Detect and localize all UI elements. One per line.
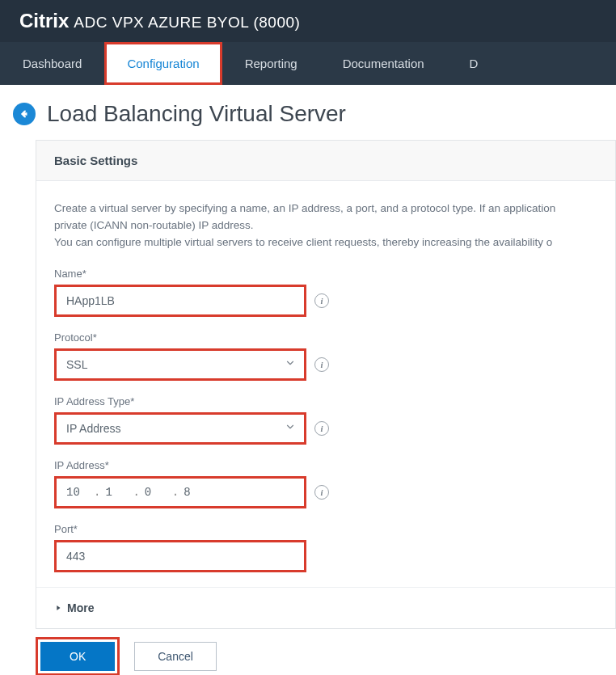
protocol-select[interactable]: SSL [57, 351, 304, 378]
port-label: Port* [54, 523, 597, 535]
ip-type-label: IP Address Type* [54, 395, 597, 407]
name-input[interactable] [57, 287, 304, 314]
panel-title: Basic Settings [54, 154, 597, 167]
panel-description: Create a virtual server by specifying a … [54, 200, 597, 251]
back-button[interactable] [13, 103, 36, 125]
tab-reporting[interactable]: Reporting [222, 42, 320, 85]
desc-line-1: Create a virtual server by specifying a … [54, 202, 555, 214]
info-icon[interactable]: i [314, 421, 329, 436]
ip-octet-2[interactable]: 1 [105, 486, 128, 499]
tab-dashboard[interactable]: Dashboard [0, 42, 104, 85]
tab-configuration[interactable]: Configuration [104, 42, 222, 85]
nav-bar: Dashboard Configuration Reporting Docume… [0, 42, 616, 85]
brand-rest: ADC VPX AZURE BYOL (8000) [74, 14, 300, 32]
page-title-row: Load Balancing Virtual Server [0, 85, 616, 140]
brand-bold: Citrix [19, 10, 69, 32]
ip-address-field[interactable]: 10 . 1 . 0 . 8 [54, 476, 306, 508]
settings-panel: Basic Settings Create a virtual server b… [36, 140, 616, 629]
ip-address-label: IP Address* [54, 459, 597, 471]
caret-right-icon [54, 601, 62, 615]
more-label: More [67, 601, 94, 614]
cancel-button[interactable]: Cancel [134, 642, 217, 671]
ip-separator: . [133, 486, 139, 499]
port-input[interactable] [57, 542, 304, 570]
info-icon[interactable]: i [314, 485, 329, 500]
desc-line-2: private (ICANN non-routable) IP address. [54, 219, 254, 231]
protocol-label: Protocol* [54, 331, 597, 344]
desc-line-3: You can configure multiple virtual serve… [54, 236, 552, 248]
ip-separator: . [94, 486, 100, 499]
ok-button[interactable]: OK [40, 642, 115, 671]
info-icon[interactable]: i [314, 357, 329, 372]
page-title: Load Balancing Virtual Server [47, 101, 346, 127]
arrow-left-icon [19, 108, 30, 120]
name-label: Name* [54, 268, 597, 280]
ip-octet-3[interactable]: 0 [145, 486, 167, 499]
ip-type-select[interactable]: IP Address [57, 415, 304, 442]
ip-octet-4[interactable]: 8 [184, 486, 206, 499]
panel-body: Create a virtual server by specifying a … [36, 181, 615, 572]
ip-separator: . [172, 486, 179, 499]
tab-documentation[interactable]: Documentation [320, 42, 447, 85]
button-row: OK Cancel [0, 629, 616, 675]
ip-octet-1[interactable]: 10 [66, 486, 89, 499]
info-icon[interactable]: i [314, 293, 329, 308]
tab-downloads-truncated[interactable]: D [447, 42, 482, 85]
panel-header: Basic Settings [36, 141, 615, 181]
more-toggle[interactable]: More [36, 587, 615, 628]
app-header: Citrix ADC VPX AZURE BYOL (8000) [0, 0, 616, 42]
